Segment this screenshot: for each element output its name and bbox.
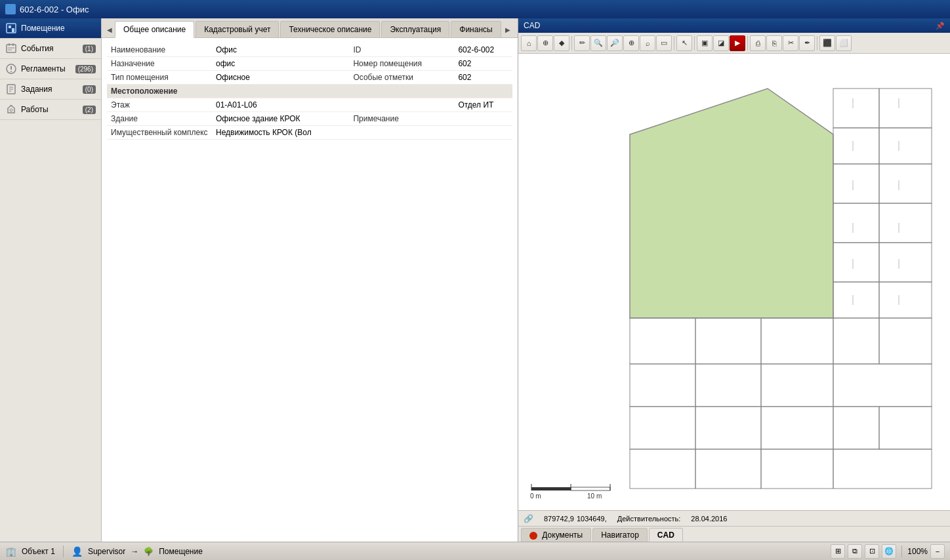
value-zdanie: Офисное здание КРОК: [212, 112, 349, 126]
tab-ekspl[interactable]: Эксплуатация: [381, 21, 449, 37]
cad-canvas[interactable]: 0 m 10 m: [518, 54, 950, 510]
bottom-tab-docs-label: Документы: [542, 530, 583, 540]
cad-tool-rect[interactable]: ▭: [656, 35, 672, 51]
tab-kadastr[interactable]: Кадастровый учет: [196, 21, 279, 37]
svg-point-10: [10, 71, 12, 72]
cad-tool-layers1[interactable]: ▣: [697, 35, 712, 51]
section-header-row: Местоположение: [107, 85, 512, 98]
table-row: Этаж 01-А01-L06 Отдел ИТ: [107, 98, 512, 112]
coord-icon: 🔗: [524, 514, 533, 523]
bottom-tab-navigator-label: Навигатор: [601, 530, 639, 540]
value-tip: Офисное: [212, 71, 349, 85]
bottom-tab-navigator[interactable]: Навигатор: [592, 528, 648, 542]
value-otdel: Отдел ИТ: [454, 98, 512, 112]
sidebar-item-zadaniya[interactable]: Задания (0): [0, 79, 101, 100]
raboty-icon: [5, 104, 17, 115]
tab-prev-arrow[interactable]: ◀: [104, 22, 115, 37]
svg-rect-62: [571, 487, 610, 490]
bottom-tab-docs[interactable]: Документы: [521, 528, 591, 542]
value-naznachenie: офис: [212, 57, 349, 71]
cad-title: CAD 📌: [518, 18, 950, 33]
status-network-btn[interactable]: 🌐: [882, 544, 896, 559]
sidebar-label-reglamenty: Регламенты: [21, 64, 75, 73]
tab-tech[interactable]: Техническое описание: [280, 21, 380, 37]
label-naznachenie: Назначение: [107, 57, 212, 71]
label-nomer: Номер помещения: [349, 57, 454, 71]
cad-tool-pointer[interactable]: ↖: [676, 35, 692, 51]
label-id: ID: [349, 43, 454, 57]
cad-tool-crosshair[interactable]: ⊕: [537, 35, 553, 51]
status-tree-icon: 🌳: [144, 547, 154, 556]
cad-tool-search4[interactable]: ⌕: [640, 35, 655, 51]
cad-tool-search3[interactable]: ⊕: [623, 35, 639, 51]
label-otmetki: Особые отметки: [349, 71, 454, 85]
zadaniya-badge: (0): [83, 85, 96, 94]
form-table: Наименование Офис ID 602-6-002 Назначени…: [107, 43, 512, 140]
cad-sep-4: [747, 36, 748, 50]
status-zoom-out-btn[interactable]: −: [930, 544, 945, 559]
label-primechanie: Примечание: [349, 112, 454, 126]
status-breadcrumb: Помещение: [159, 547, 203, 556]
coord-x-box: 879742,9 1034649,: [544, 515, 607, 523]
bottom-tab-cad[interactable]: CAD: [649, 528, 683, 542]
status-arrow: →: [131, 547, 138, 556]
tabs-bar: ◀ Общее описание Кадастровый учет Технич…: [102, 18, 518, 38]
cad-tool-search2[interactable]: 🔎: [607, 35, 623, 51]
cad-tool-more2[interactable]: ⬜: [836, 35, 852, 51]
svg-rect-61: [531, 487, 571, 490]
sidebar-item-sobytiya[interactable]: События (1): [0, 39, 101, 59]
svg-rect-1: [9, 26, 11, 28]
cad-status: 🔗 879742,9 1034649, Действительность: 28…: [518, 510, 950, 526]
sidebar-item-raboty[interactable]: Работы (2): [0, 100, 101, 120]
cad-tool-pencil[interactable]: ✏: [574, 35, 590, 51]
label-otdel: [349, 98, 454, 112]
sobytiya-icon: [5, 43, 17, 54]
sidebar-label-raboty: Работы: [21, 105, 83, 114]
cad-tool-print[interactable]: ⎙: [750, 35, 766, 51]
bottom-tab-cad-label: CAD: [657, 530, 674, 540]
status-user: Supervisor: [88, 547, 125, 556]
docs-icon: [529, 532, 537, 540]
cad-pin-icon[interactable]: 📌: [936, 22, 945, 30]
sidebar-label-sobytiya: События: [21, 44, 83, 53]
cad-tool-red[interactable]: ▶: [730, 35, 745, 51]
cad-tool-copy[interactable]: ⎘: [766, 35, 782, 51]
sidebar-item-pomeshenie[interactable]: Помещение: [0, 18, 101, 39]
cad-tool-more1[interactable]: ⬛: [819, 35, 835, 51]
status-layers-btn[interactable]: ⧉: [848, 544, 862, 559]
svg-text:0 m: 0 m: [530, 492, 541, 500]
svg-point-15: [10, 109, 12, 111]
tab-next-arrow[interactable]: ▶: [503, 22, 513, 37]
reglamenty-icon: [5, 63, 17, 75]
pomeshenie-icon: [5, 22, 17, 34]
left-content: Помещение События (1): [0, 18, 518, 542]
sobytiya-badge: (1): [83, 45, 96, 53]
status-screen-btn[interactable]: ⊡: [865, 544, 879, 559]
reglamenty-badge: (296): [75, 65, 96, 73]
zadaniya-icon: [5, 83, 17, 95]
cad-tool-diamond[interactable]: ◆: [554, 35, 569, 51]
cad-tool-draw[interactable]: ✒: [799, 35, 815, 51]
cad-tool-cut[interactable]: ✂: [783, 35, 798, 51]
status-grid-btn[interactable]: ⊞: [831, 544, 845, 559]
value-imushestv: Недвижимость КРОК (Вол: [212, 126, 349, 140]
cad-title-text: CAD: [524, 21, 540, 30]
bottom-tabs: Документы Навигатор CAD: [518, 526, 950, 542]
table-row: Тип помещения Офисное Особые отметки 602: [107, 71, 512, 85]
window-title: 602-6-002 - Офис: [20, 5, 89, 14]
label-tip: Тип помещения: [107, 71, 212, 85]
table-row: Здание Офисное здание КРОК Примечание: [107, 112, 512, 126]
cad-tool-search1[interactable]: 🔍: [590, 35, 606, 51]
status-sep-1: [63, 546, 64, 557]
status-user-icon: 👤: [72, 546, 83, 557]
table-row: Назначение офис Номер помещения 602: [107, 57, 512, 71]
tab-obshee[interactable]: Общее описание: [115, 21, 194, 38]
svg-rect-3: [7, 45, 16, 52]
sidebar-label-pomeshenie: Помещение: [21, 24, 96, 33]
label-naimenovanie: Наименование: [107, 43, 212, 57]
tab-finance[interactable]: Финансы: [451, 21, 501, 37]
cad-tool-home[interactable]: ⌂: [521, 35, 537, 51]
cad-tool-layers2[interactable]: ◪: [713, 35, 729, 51]
status-bar: 🏢 Объект 1 👤 Supervisor → 🌳 Помещение ⊞ …: [0, 542, 950, 560]
sidebar-item-reglamenty[interactable]: Регламенты (296): [0, 59, 101, 79]
